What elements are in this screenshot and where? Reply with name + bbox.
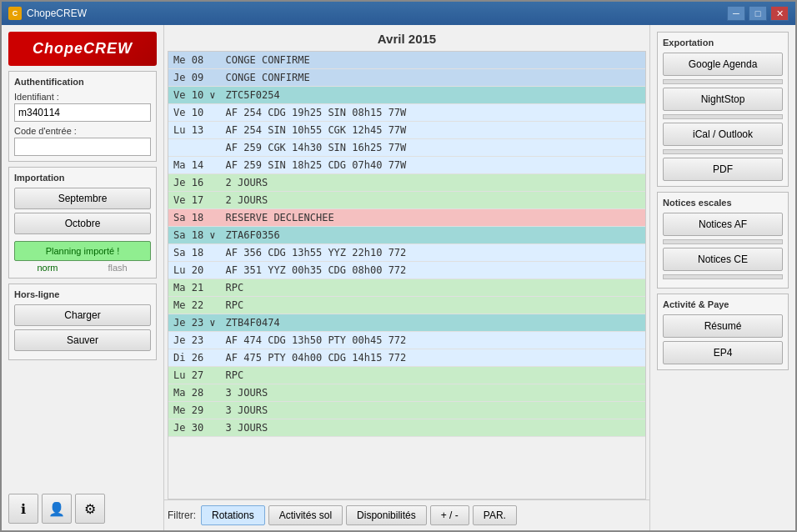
table-row: Lu 20AF 351 YYZ 00h35 CDG 08h00 772 (168, 262, 645, 279)
close-button[interactable]: ✕ (770, 6, 789, 21)
table-row: Je 23 ∨ZTB4F0474 (168, 314, 645, 332)
notices-af-button[interactable]: Notices AF (663, 213, 783, 236)
table-row: Je 09CONGE CONFIRME (168, 69, 645, 87)
septembre-button[interactable]: Septembre (14, 188, 151, 209)
ical-outlook-button[interactable]: iCal / Outlook (663, 123, 783, 146)
table-row: Je 303 JOURS (168, 419, 645, 437)
schedule-table-wrapper[interactable]: Me 08CONGE CONFIRMEJe 09CONGE CONFIRMEVe… (168, 51, 646, 499)
content-cell: AF 356 CDG 13h55 YYZ 22h10 772 (221, 244, 645, 262)
export-progress-1 (663, 79, 783, 84)
content-cell: AF 475 PTY 04h00 CDG 14h15 772 (221, 349, 645, 367)
flash-label: flash (84, 263, 151, 273)
table-row: Sa 18RESERVE DECLENCHEE (168, 209, 645, 227)
filter-activites-button[interactable]: Activités sol (268, 505, 343, 525)
import-section-title: Importation (14, 173, 151, 183)
table-row: Ma 14AF 259 SIN 18h25 CDG 07h40 77W (168, 157, 645, 174)
left-panel: ChopeCREW Authentification Identifiant :… (2, 25, 164, 530)
content-cell: ZTA6F0356 (221, 227, 645, 244)
day-cell: Me 08 (168, 52, 221, 69)
day-cell (168, 139, 221, 157)
notices-progress-2 (663, 274, 783, 279)
filter-bar: Filtrer: Rotations Activités sol Disponi… (164, 499, 649, 530)
content-cell: ZTB4F0474 (221, 314, 645, 332)
table-row: Lu 27RPC (168, 367, 645, 384)
content-cell: ZTC5F0254 (221, 87, 645, 104)
table-row: Lu 13AF 254 SIN 10h55 CGK 12h45 77W (168, 122, 645, 139)
table-row: Me 293 JOURS (168, 402, 645, 419)
day-cell: Je 09 (168, 69, 221, 87)
center-panel: Avril 2015 Me 08CONGE CONFIRMEJe 09CONGE… (164, 25, 649, 530)
filter-par-button[interactable]: PAR. (473, 505, 517, 525)
day-cell: Ve 17 (168, 192, 221, 209)
export-progress-3 (663, 149, 783, 154)
nightstop-button[interactable]: NightStop (663, 88, 783, 111)
day-cell: Lu 20 (168, 262, 221, 279)
day-cell: Sa 18 ∨ (168, 227, 221, 244)
octobre-button[interactable]: Octobre (14, 213, 151, 234)
table-row: Je 162 JOURS (168, 174, 645, 192)
table-row: Ve 10AF 254 CDG 19h25 SIN 08h15 77W (168, 104, 645, 122)
hors-ligne-section: Hors-ligne Charger Sauver (8, 284, 157, 360)
filter-plus-minus-button[interactable]: + / - (430, 505, 469, 525)
minimize-button[interactable]: ─ (727, 6, 745, 21)
info-button[interactable]: ℹ (8, 494, 38, 524)
day-cell: Je 23 (168, 332, 221, 349)
sauver-button[interactable]: Sauver (14, 329, 151, 351)
filter-disponibilites-button[interactable]: Disponibilités (346, 505, 427, 525)
hors-ligne-title: Hors-ligne (14, 289, 151, 299)
content-cell: CONGE CONFIRME (221, 69, 645, 87)
auth-section-title: Authentification (14, 77, 151, 87)
content-cell: AF 259 SIN 18h25 CDG 07h40 77W (221, 157, 645, 174)
id-label: Identifiant : (14, 92, 151, 102)
day-cell: Ve 10 ∨ (168, 87, 221, 104)
content-cell: RPC (221, 297, 645, 314)
day-cell: Lu 27 (168, 367, 221, 384)
notices-section: Notices escales Notices AF Notices CE (657, 192, 789, 289)
table-row: Sa 18AF 356 CDG 13h55 YYZ 22h10 772 (168, 244, 645, 262)
content-cell: 3 JOURS (221, 384, 645, 402)
app-icon: C (8, 7, 22, 20)
content-cell: AF 351 YYZ 00h35 CDG 08h00 772 (221, 262, 645, 279)
charger-button[interactable]: Charger (14, 304, 151, 326)
table-row: Ma 21RPC (168, 279, 645, 297)
content-cell: RESERVE DECLENCHEE (221, 209, 645, 227)
day-cell: Me 29 (168, 402, 221, 419)
notices-section-title: Notices escales (663, 198, 783, 208)
google-agenda-button[interactable]: Google Agenda (663, 53, 783, 76)
maximize-button[interactable]: □ (749, 6, 767, 21)
ep4-button[interactable]: EP4 (663, 341, 783, 364)
resume-button[interactable]: Résumé (663, 314, 783, 338)
pdf-button[interactable]: PDF (663, 158, 783, 181)
content-cell: RPC (221, 279, 645, 297)
day-cell: Ma 14 (168, 157, 221, 174)
bottom-icon-row: ℹ 👤 ⚙ (8, 490, 157, 524)
content-cell: 2 JOURS (221, 174, 645, 192)
activity-section: Activité & Paye Résumé EP4 (657, 294, 789, 370)
settings-button[interactable]: ⚙ (75, 494, 105, 524)
export-section: Exportation Google Agenda NightStop iCal… (657, 32, 789, 187)
content-cell: 3 JOURS (221, 419, 645, 437)
notices-ce-button[interactable]: Notices CE (663, 248, 783, 271)
content-cell: AF 259 CGK 14h30 SIN 16h25 77W (221, 139, 645, 157)
day-cell: Je 30 (168, 419, 221, 437)
export-section-title: Exportation (663, 38, 783, 48)
filter-label: Filtrer: (168, 509, 196, 521)
schedule-table: Me 08CONGE CONFIRMEJe 09CONGE CONFIRMEVe… (168, 52, 645, 437)
main-content: ChopeCREW Authentification Identifiant :… (2, 25, 795, 530)
planning-importe-button[interactable]: Planning importé ! (14, 241, 151, 261)
table-row: Je 23AF 474 CDG 13h50 PTY 00h45 772 (168, 332, 645, 349)
user-button[interactable]: 👤 (42, 494, 72, 524)
content-cell: AF 254 SIN 10h55 CGK 12h45 77W (221, 122, 645, 139)
norm-flash-row: norm flash (14, 263, 151, 273)
day-cell: Lu 13 (168, 122, 221, 139)
logo: ChopeCREW (8, 32, 157, 66)
table-row: AF 259 CGK 14h30 SIN 16h25 77W (168, 139, 645, 157)
id-input[interactable] (14, 103, 151, 122)
day-cell: Ma 21 (168, 279, 221, 297)
code-input[interactable] (14, 138, 151, 156)
content-cell: 2 JOURS (221, 192, 645, 209)
filter-rotations-button[interactable]: Rotations (201, 505, 265, 525)
day-cell: Je 16 (168, 174, 221, 192)
content-cell: AF 254 CDG 19h25 SIN 08h15 77W (221, 104, 645, 122)
table-row: Sa 18 ∨ZTA6F0356 (168, 227, 645, 244)
